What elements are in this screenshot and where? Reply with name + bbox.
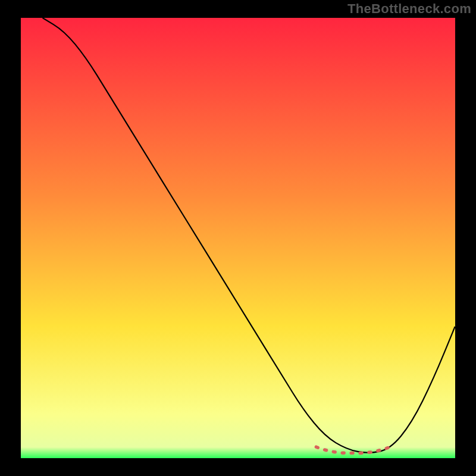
watermark-text: TheBottleneck.com [347, 1, 471, 17]
plot-frame [21, 18, 455, 458]
gradient-background [21, 18, 455, 458]
chart-container: TheBottleneck.com [0, 0, 476, 476]
svg-rect-0 [21, 18, 455, 458]
